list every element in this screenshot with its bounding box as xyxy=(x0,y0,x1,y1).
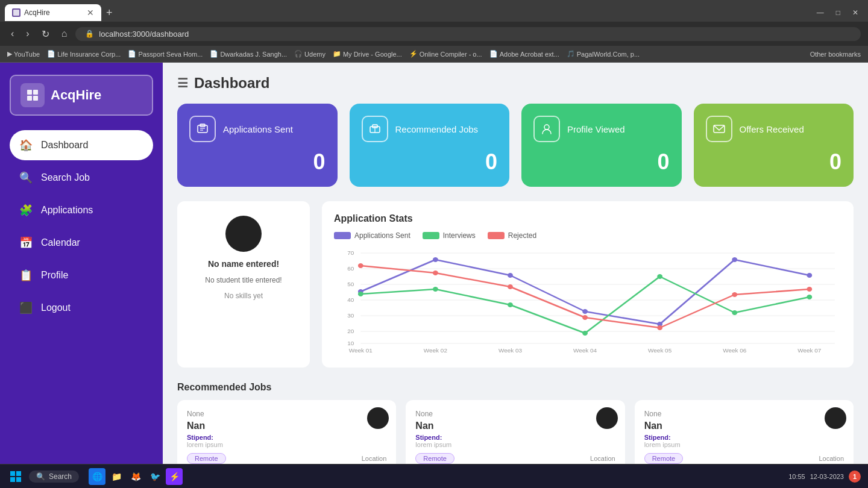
svg-rect-3 xyxy=(27,96,32,101)
close-window-button[interactable]: ✕ xyxy=(848,7,863,18)
svg-rect-56 xyxy=(10,471,15,476)
url-bar[interactable]: 🔒 localhost:3000/dashboard xyxy=(75,27,861,41)
job-company-1: None xyxy=(187,410,386,418)
refresh-button[interactable]: ↻ xyxy=(38,27,53,41)
address-bar: ‹ › ↻ ⌂ 🔒 localhost:3000/dashboard xyxy=(0,22,868,46)
svg-rect-57 xyxy=(16,471,21,476)
notification-badge: 1 xyxy=(849,471,861,483)
other-bookmarks[interactable]: Other bookmarks xyxy=(810,51,861,58)
stat-label-profile-viewed: Profile Viewed xyxy=(567,124,625,134)
legend-color-interviews xyxy=(423,232,439,239)
forward-button[interactable]: › xyxy=(22,27,33,40)
stat-card-offers-received: Offers Received 0 xyxy=(694,104,854,187)
job-card-2: None Nan Stipend: lorem ipsum Remote Loc… xyxy=(406,400,624,464)
bookmark-youtube[interactable]: ▶ YouTube xyxy=(7,50,40,58)
job-tag-remote-2[interactable]: Remote xyxy=(415,453,454,464)
page-title: Dashboard xyxy=(194,75,269,92)
bookmark-7[interactable]: ⚡ Online Compiler - o... xyxy=(409,50,482,58)
bookmark-5[interactable]: 🎧 Udemy xyxy=(294,50,326,58)
taskbar: 🔍 Search 🌐 📁 🦊 🐦 ⚡ 10:55 12-03-2023 1 xyxy=(0,464,868,488)
bookmark-9[interactable]: 🎵 PagalWorld.Com, p... xyxy=(567,50,640,58)
active-tab[interactable]: AcqHire ✕ xyxy=(5,4,101,21)
job-company-3: None xyxy=(644,410,844,418)
svg-point-53 xyxy=(657,325,662,330)
recommended-jobs-title: Recommended Jobs xyxy=(177,382,854,393)
taskbar-app-1[interactable]: 🌐 xyxy=(89,468,105,485)
sidebar-item-calendar[interactable]: 📅 Calendar xyxy=(10,228,153,258)
taskbar-app-5[interactable]: ⚡ xyxy=(166,468,183,485)
back-button[interactable]: ‹ xyxy=(7,27,17,40)
sidebar-item-profile[interactable]: 📋 Profile xyxy=(10,260,153,290)
bookmark-2[interactable]: 📄 Life Insurance Corp... xyxy=(47,50,121,58)
job-logo-3 xyxy=(825,407,846,429)
bookmarks-bar: ▶ YouTube 📄 Life Insurance Corp... 📄 Pas… xyxy=(0,46,868,63)
svg-text:Week 03: Week 03 xyxy=(498,347,522,353)
window-controls: — □ ✕ xyxy=(812,7,863,18)
svg-point-52 xyxy=(582,315,588,320)
svg-text:50: 50 xyxy=(347,281,354,287)
sidebar-item-applications[interactable]: 🧩 Applications xyxy=(10,195,153,225)
job-tags-3: Remote Location xyxy=(644,453,844,464)
job-location-1: Location xyxy=(362,455,387,462)
start-button[interactable] xyxy=(7,468,24,485)
job-title-3: Nan xyxy=(644,421,844,431)
svg-text:Week 01: Week 01 xyxy=(349,347,373,353)
svg-text:70: 70 xyxy=(347,249,354,255)
stat-card-applications-sent: Applications Sent 0 xyxy=(177,104,338,187)
svg-point-37 xyxy=(508,273,513,278)
svg-point-43 xyxy=(433,287,438,292)
svg-point-41 xyxy=(807,273,812,278)
applications-icon: 🧩 xyxy=(19,204,33,217)
profile-avatar xyxy=(225,216,262,252)
taskbar-search-text: Search xyxy=(49,472,72,481)
svg-point-42 xyxy=(358,292,363,296)
stat-value-applications-sent: 0 xyxy=(189,149,326,175)
app-container: AcqHire 🏠 Dashboard 🔍 Search Job 🧩 Appli… xyxy=(0,63,868,464)
stat-card-header-recommended: Recommended Jobs xyxy=(362,116,498,142)
svg-point-47 xyxy=(732,310,737,315)
svg-point-50 xyxy=(433,271,438,275)
job-logo-2 xyxy=(596,407,618,429)
job-tag-remote-1[interactable]: Remote xyxy=(187,453,226,464)
svg-point-48 xyxy=(807,295,812,299)
svg-rect-59 xyxy=(16,477,21,482)
hamburger-icon[interactable]: ☰ xyxy=(177,76,188,90)
taskbar-search[interactable]: 🔍 Search xyxy=(29,471,79,483)
sidebar-item-search-job[interactable]: 🔍 Search Job xyxy=(10,163,153,193)
job-stipend-label-1: Stipend: xyxy=(187,434,386,441)
home-button[interactable]: ⌂ xyxy=(58,27,71,40)
profile-viewed-icon xyxy=(533,116,560,142)
svg-point-12 xyxy=(544,125,549,130)
taskbar-app-4[interactable]: 🐦 xyxy=(146,468,163,485)
calendar-icon: 📅 xyxy=(19,236,33,249)
svg-text:10: 10 xyxy=(347,340,354,346)
job-stipend-label-3: Stipend: xyxy=(644,434,844,441)
search-icon: 🔍 xyxy=(36,472,45,481)
bookmark-4[interactable]: 📄 Dwarkadas J. Sangh... xyxy=(210,50,287,58)
taskbar-app-2[interactable]: 📁 xyxy=(108,468,125,485)
tab-close-button[interactable]: ✕ xyxy=(87,8,94,17)
chart-legend: Applications Sent Interviews Rejected xyxy=(334,231,841,240)
stat-value-profile-viewed: 0 xyxy=(533,149,670,175)
dashboard-icon: 🏠 xyxy=(19,139,33,152)
stat-value-offers-received: 0 xyxy=(706,149,842,175)
taskbar-app-3[interactable]: 🦊 xyxy=(127,468,144,485)
job-tag-remote-3[interactable]: Remote xyxy=(644,453,684,464)
svg-text:20: 20 xyxy=(347,328,354,334)
maximize-button[interactable]: □ xyxy=(831,7,845,18)
bookmark-3[interactable]: 📄 Passport Seva Hom... xyxy=(128,50,203,58)
sidebar-label-search-job: Search Job xyxy=(41,172,90,183)
minimize-button[interactable]: — xyxy=(812,7,829,18)
svg-point-38 xyxy=(582,309,588,314)
stat-label-offers-received: Offers Received xyxy=(740,124,804,134)
application-stats-card: Application Stats Applications Sent Inte… xyxy=(322,201,854,368)
bookmark-8[interactable]: 📄 Adobe Acrobat ext... xyxy=(489,50,559,58)
new-tab-button[interactable]: + xyxy=(101,7,118,19)
svg-text:Week 02: Week 02 xyxy=(424,347,447,353)
sidebar-item-logout[interactable]: ⬛ Logout xyxy=(10,293,153,323)
bookmark-6[interactable]: 📁 My Drive - Google... xyxy=(333,50,402,58)
svg-text:Week 05: Week 05 xyxy=(648,347,671,353)
applications-sent-icon xyxy=(189,116,216,142)
sidebar-item-dashboard[interactable]: 🏠 Dashboard xyxy=(10,130,153,160)
logo: AcqHire xyxy=(10,75,153,116)
